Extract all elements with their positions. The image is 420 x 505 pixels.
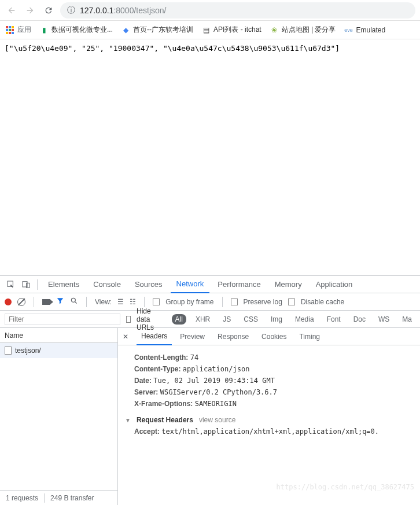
group-checkbox[interactable] <box>153 298 160 305</box>
view-label: View: <box>95 298 112 306</box>
preserve-label: Preserve log <box>244 298 282 306</box>
tab-application[interactable]: Application <box>310 276 359 293</box>
filter-doc[interactable]: Doc <box>350 314 369 325</box>
file-icon <box>5 347 12 355</box>
filter-all[interactable]: All <box>172 314 186 325</box>
device-toggle-icon[interactable] <box>20 278 32 291</box>
bookmark-item[interactable]: ▤API列表 - itchat <box>201 25 261 35</box>
info-icon: ⓘ <box>67 5 75 16</box>
filter-img[interactable]: Img <box>267 314 286 325</box>
headers-content: Content-Length: 74 Content-Type: applica… <box>118 345 420 505</box>
filter-input[interactable] <box>5 314 120 325</box>
bookmark-icon: ▮ <box>39 25 49 35</box>
devtools-body: Name testjson/ 1 requests 249 B transfer… <box>0 328 420 505</box>
filter-media[interactable]: Media <box>292 314 318 325</box>
disable-cache-checkbox[interactable] <box>288 298 295 305</box>
tab-console[interactable]: Console <box>87 276 127 293</box>
disable-label: Disable cache <box>301 298 344 306</box>
name-column-header[interactable]: Name <box>0 328 117 343</box>
apps-button[interactable]: 应用 <box>6 25 31 35</box>
watermark: https://blog.csdn.net/qq_38627475 <box>277 483 414 491</box>
request-headers-section[interactable]: ▼ Request Headers view source <box>125 416 413 424</box>
tab-network[interactable]: Network <box>171 276 210 293</box>
devtools-panel: Elements Console Sources Network Perform… <box>0 275 420 505</box>
filter-icon[interactable] <box>56 297 64 307</box>
page-body: ["\u5f20\u4e09", "25", "19000347", "\u4e… <box>0 39 420 57</box>
svg-point-3 <box>71 298 75 302</box>
requests-panel: Name testjson/ 1 requests 249 B transfer <box>0 328 118 505</box>
bookmark-item[interactable]: ❀站点地图 | 爱分享 <box>270 25 336 35</box>
transfer-size: 249 B transfer <box>50 494 94 502</box>
header-row: Content-Type: application/json <box>134 365 413 373</box>
header-row: Content-Length: 74 <box>134 353 413 362</box>
filter-js[interactable]: JS <box>219 314 234 325</box>
header-row: Server: WSGIServer/0.2 CPython/3.6.7 <box>134 388 413 396</box>
clear-button[interactable] <box>17 298 25 306</box>
requests-count: 1 requests <box>6 494 38 502</box>
filter-ws[interactable]: WS <box>375 314 393 325</box>
tab-performance[interactable]: Performance <box>212 276 266 293</box>
filter-ma[interactable]: Ma <box>399 314 415 325</box>
back-button[interactable] <box>5 3 19 17</box>
inspect-icon[interactable] <box>5 278 17 291</box>
header-row: X-Frame-Options: SAMEORIGIN <box>134 400 413 408</box>
filter-font[interactable]: Font <box>323 314 344 325</box>
header-row: Date: Tue, 02 Jul 2019 09:43:14 GMT <box>134 377 413 385</box>
chevron-down-icon: ▼ <box>125 417 131 423</box>
bookmark-item[interactable]: ◆首页--广东软考培训 <box>121 25 193 35</box>
filter-css[interactable]: CSS <box>240 314 261 325</box>
request-row[interactable]: testjson/ <box>0 343 117 358</box>
bookmark-icon: ◆ <box>121 25 130 35</box>
tab-headers[interactable]: Headers <box>137 328 172 345</box>
tab-preview[interactable]: Preview <box>175 328 209 345</box>
bookmarks-bar: 应用 ▮数据可视化微专业... ◆首页--广东软考培训 ▤API列表 - itc… <box>0 21 420 39</box>
bookmark-item[interactable]: eveEmulated <box>344 25 386 35</box>
tab-memory[interactable]: Memory <box>269 276 308 293</box>
url-text: 127.0.0.1:8000/testjson/ <box>80 6 166 15</box>
screenshot-icon[interactable] <box>42 299 50 305</box>
network-toolbar: View: ☰ ☷ Group by frame Preserve log Di… <box>0 293 420 311</box>
url-bar[interactable]: ⓘ 127.0.0.1:8000/testjson/ <box>60 2 415 19</box>
tab-elements[interactable]: Elements <box>42 276 85 293</box>
tab-timing[interactable]: Timing <box>294 328 325 345</box>
detail-tabs: ✕ Headers Preview Response Cookies Timin… <box>118 328 420 345</box>
filter-row: Hide data URLs All XHR JS CSS Img Media … <box>0 311 420 328</box>
view-source-link[interactable]: view source <box>199 416 235 424</box>
close-icon[interactable]: ✕ <box>123 333 133 341</box>
browser-nav-bar: ⓘ 127.0.0.1:8000/testjson/ <box>0 0 420 21</box>
tab-sources[interactable]: Sources <box>129 276 168 293</box>
hide-urls-checkbox[interactable] <box>126 316 131 323</box>
bookmark-icon: eve <box>344 25 353 35</box>
request-name: testjson/ <box>15 347 41 355</box>
forward-button[interactable] <box>23 3 37 17</box>
apps-label: 应用 <box>17 25 31 35</box>
apps-icon <box>6 26 14 34</box>
filter-xhr[interactable]: XHR <box>192 314 213 325</box>
group-label: Group by frame <box>165 298 213 306</box>
preserve-checkbox[interactable] <box>231 298 238 305</box>
large-rows-icon[interactable]: ☰ <box>117 298 124 306</box>
status-bar: 1 requests 249 B transfer <box>0 490 117 505</box>
search-icon[interactable] <box>70 297 78 307</box>
book-icon: ▤ <box>201 25 211 35</box>
bookmark-item[interactable]: ▮数据可视化微专业... <box>39 25 113 35</box>
waterfall-icon[interactable]: ☷ <box>130 298 136 306</box>
record-button[interactable] <box>5 298 12 305</box>
details-panel: ✕ Headers Preview Response Cookies Timin… <box>118 328 420 505</box>
bookmark-icon: ❀ <box>270 25 279 35</box>
devtools-tabs: Elements Console Sources Network Perform… <box>0 276 420 293</box>
tab-response[interactable]: Response <box>213 328 253 345</box>
header-row: Accept: text/html,application/xhtml+xml,… <box>134 427 413 436</box>
tab-cookies[interactable]: Cookies <box>257 328 291 345</box>
reload-button[interactable] <box>42 3 56 17</box>
